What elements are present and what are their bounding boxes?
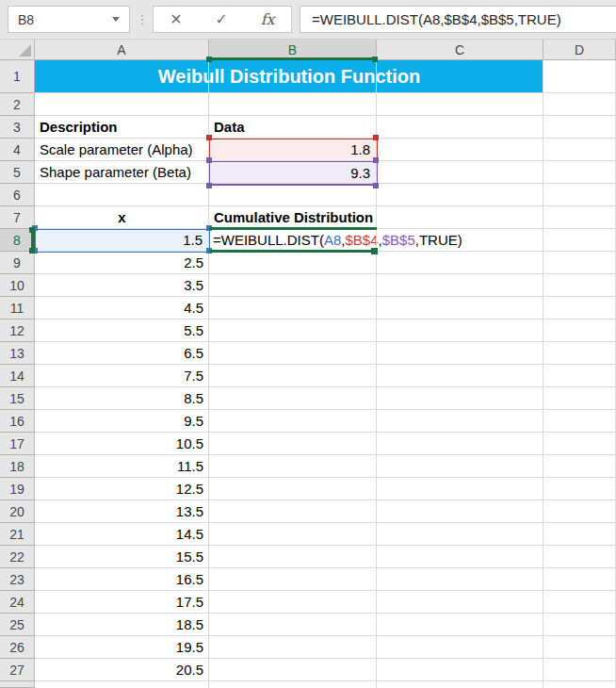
range-handle xyxy=(206,135,212,140)
gridline-horizontal xyxy=(35,160,616,161)
gridline-horizontal xyxy=(35,205,616,206)
formula-part: A8 xyxy=(324,232,341,248)
cell-a12[interactable]: 5.5 xyxy=(35,319,209,342)
row-header-23[interactable]: 23 xyxy=(0,568,35,591)
row-header-19[interactable]: 19 xyxy=(0,478,35,500)
cell-a25[interactable]: 18.5 xyxy=(35,614,209,636)
formula-part: $B$4 xyxy=(345,232,378,248)
row-header-26[interactable]: 26 xyxy=(0,636,35,659)
gridline-vertical xyxy=(543,60,543,688)
select-all-triangle-icon xyxy=(19,44,31,57)
active-row-indicator-cap xyxy=(29,227,35,233)
title-cell-a1[interactable]: Weibull Distribution Function xyxy=(35,60,543,92)
cell-b5-value: 9.3 xyxy=(210,162,376,184)
row-header-7[interactable]: 7 xyxy=(0,206,35,229)
cell-a22[interactable]: 15.5 xyxy=(35,546,209,568)
cell-a26[interactable]: 19.5 xyxy=(35,636,209,659)
formula-bar-text: =WEIBULL.DIST(A8,$B$4,$B$5,TRUE) xyxy=(300,11,561,27)
formula-part: ,TRUE) xyxy=(415,232,462,248)
range-handle xyxy=(373,135,379,140)
row-header-24[interactable]: 24 xyxy=(0,591,35,614)
range-handle xyxy=(373,157,379,163)
name-box[interactable]: B8 xyxy=(8,6,130,33)
row-header-20[interactable]: 20 xyxy=(0,500,35,523)
row-header-9[interactable]: 9 xyxy=(0,252,35,274)
insert-function-icon[interactable]: fx xyxy=(261,10,275,28)
cell-a17[interactable]: 10.5 xyxy=(35,433,209,455)
cell-a4[interactable]: Scale parameter (Alpha) xyxy=(35,139,209,161)
column-header-c[interactable]: C xyxy=(377,40,543,60)
row-header-22[interactable]: 22 xyxy=(0,546,35,568)
row-header-21[interactable]: 21 xyxy=(0,523,35,546)
cell-a5[interactable]: Shape parameter (Beta) xyxy=(35,161,209,184)
row-header-10[interactable]: 10 xyxy=(0,274,35,297)
row-header-25[interactable]: 25 xyxy=(0,614,35,636)
cell-a27[interactable]: 20.5 xyxy=(35,659,209,681)
gridline-horizontal xyxy=(35,92,616,93)
cell-b4-value: 1.8 xyxy=(210,139,376,160)
row-header-11[interactable]: 11 xyxy=(0,297,35,319)
cell-a7[interactable]: x xyxy=(35,206,209,229)
active-column-indicator xyxy=(209,57,377,60)
gridline-horizontal xyxy=(35,183,616,184)
active-column-indicator-cap xyxy=(206,57,212,62)
row-header-12[interactable]: 12 xyxy=(0,319,35,342)
cell-b5-highlight[interactable]: 9.3 xyxy=(208,160,378,186)
column-header-d[interactable]: D xyxy=(543,40,616,60)
formula-toolbar: B8 ⋮ ✕ ✓ fx =WEIBULL.DIST(A8,$B$4,$B$5,T… xyxy=(0,0,616,40)
formula-bar-input[interactable]: =WEIBULL.DIST(A8,$B$4,$B$5,TRUE) xyxy=(300,6,616,33)
cell-a13[interactable]: 6.5 xyxy=(35,342,209,365)
cell-a10[interactable]: 3.5 xyxy=(35,274,209,297)
cell-a20[interactable]: 13.5 xyxy=(35,500,209,523)
row-header-15[interactable]: 15 xyxy=(0,387,35,410)
cell-a3[interactable]: Description xyxy=(35,116,209,139)
range-handle xyxy=(206,157,212,163)
cell-a21[interactable]: 14.5 xyxy=(35,523,209,546)
gridline-horizontal xyxy=(35,138,616,139)
row-header-3[interactable]: 3 xyxy=(0,116,35,139)
cell-a14[interactable]: 7.5 xyxy=(35,365,209,387)
row-header-18[interactable]: 18 xyxy=(0,455,35,478)
formula-buttons: ✕ ✓ fx xyxy=(153,6,292,33)
toolbar-drag-dots-icon: ⋮ xyxy=(136,6,149,33)
enter-icon[interactable]: ✓ xyxy=(216,12,228,27)
cell-a8-highlight[interactable]: 1.5 xyxy=(34,228,210,253)
row-header-1[interactable]: 1 xyxy=(0,60,35,93)
cell-b8-edit[interactable]: =WEIBULL.DIST(A8,$B$4,$B$5,TRUE) xyxy=(210,230,493,251)
range-handle xyxy=(373,183,379,188)
cell-a9[interactable]: 2.5 xyxy=(35,252,209,274)
row-header-4[interactable]: 4 xyxy=(0,139,35,161)
cell-a8-value: 1.5 xyxy=(36,230,208,251)
row-header-16[interactable]: 16 xyxy=(0,410,35,433)
row-header-2[interactable]: 2 xyxy=(0,93,35,116)
cell-a16[interactable]: 9.5 xyxy=(35,410,209,433)
cancel-icon[interactable]: ✕ xyxy=(170,12,182,27)
cell-a19[interactable]: 12.5 xyxy=(35,478,209,500)
row-header-13[interactable]: 13 xyxy=(0,342,35,365)
select-all-corner[interactable] xyxy=(0,40,35,60)
cell-a11[interactable]: 4.5 xyxy=(35,297,209,319)
row-header-6[interactable]: 6 xyxy=(0,184,35,206)
row-header-27[interactable]: 27 xyxy=(0,659,35,681)
row-header-14[interactable]: 14 xyxy=(0,365,35,387)
gridline-vertical xyxy=(376,60,377,688)
edit-cell-fill-handle[interactable] xyxy=(371,248,378,254)
column-header-a[interactable]: A xyxy=(35,40,209,60)
active-row-indicator-cap xyxy=(29,248,35,254)
row-header-5[interactable]: 5 xyxy=(0,161,35,184)
cell-b3[interactable]: Data xyxy=(209,116,377,139)
name-box-value: B8 xyxy=(8,12,112,27)
name-box-dropdown-icon[interactable] xyxy=(112,17,120,22)
cell-a23[interactable]: 16.5 xyxy=(35,568,209,591)
cell-a24[interactable]: 17.5 xyxy=(35,591,209,614)
row-header-partial xyxy=(0,681,35,688)
cell-a18[interactable]: 11.5 xyxy=(35,455,209,478)
cell-b7[interactable]: Cumulative Distribution xyxy=(209,206,377,229)
gridline-horizontal xyxy=(35,115,616,116)
active-column-indicator-cap xyxy=(372,57,378,62)
edit-cell-bottom-border xyxy=(209,250,377,253)
row-header-17[interactable]: 17 xyxy=(0,433,35,455)
cell-a15[interactable]: 8.5 xyxy=(35,387,209,410)
cell-b4-highlight[interactable]: 1.8 xyxy=(208,138,378,162)
formula-part: =WEIBULL.DIST( xyxy=(213,232,324,248)
